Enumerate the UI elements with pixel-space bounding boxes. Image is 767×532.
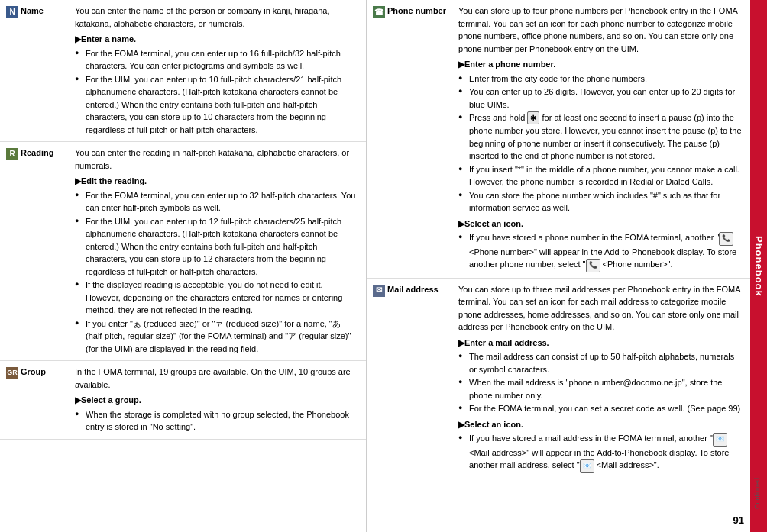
list-item: For the UIM, you can enter up to 12 full…: [75, 215, 360, 279]
mail-icon: ✉: [373, 285, 385, 297]
group-icon-cell: GR Group: [0, 361, 69, 440]
list-item: Enter from the city code for the phone n…: [458, 73, 744, 85]
name-icon-cell: N Name: [0, 0, 69, 142]
gr-icon: GR: [6, 367, 18, 379]
group-label-text: Group: [21, 366, 46, 379]
list-item: For the FOMA terminal, you can enter up …: [75, 47, 360, 73]
mail-desc: You can store up to three mail addresses…: [458, 285, 740, 332]
phone-number-icon: 📞: [719, 232, 733, 246]
list-item: The mail address can consist of up to 50…: [458, 350, 744, 376]
mail-bullets2: If you have stored a mail address in the…: [458, 432, 744, 473]
reading-action: ▶Edit the reading.: [75, 175, 360, 188]
group-label: GR Group: [6, 366, 63, 379]
list-item: For the FOMA terminal, you can enter up …: [75, 189, 360, 214]
name-bullets: For the FOMA terminal, you can enter up …: [75, 47, 360, 137]
name-action: ▶Enter a name.: [75, 33, 360, 46]
list-item: For the FOMA terminal, you can set a sec…: [458, 402, 744, 415]
left-column: N Name You can enter the name of the per…: [0, 0, 367, 532]
table-row: GR Group In the FOMA terminal, 19 groups…: [0, 361, 366, 440]
reading-content: You can enter the reading in half-pitch …: [69, 142, 366, 361]
mail-icon-cell: ✉ Mail address: [367, 278, 452, 479]
list-item: Press and hold ✱ for at least one second…: [458, 111, 744, 163]
mail-action2: ▶Select an icon.: [458, 418, 744, 431]
list-item: If the displayed reading is acceptable, …: [75, 279, 360, 317]
left-table: N Name You can enter the name of the per…: [0, 0, 366, 440]
mail-bullets1: The mail address can consist of up to 50…: [458, 350, 744, 415]
reading-icon-cell: R Reading: [0, 142, 69, 361]
list-item: When the mail address is "phone number@d…: [458, 376, 744, 401]
group-bullets: When the storage is completed with no gr…: [75, 408, 360, 434]
mail-action1: ▶Enter a mail address.: [458, 337, 744, 350]
phone-number-icon2: 📞: [586, 259, 600, 272]
table-row: ☎ Phone number You can store up to four …: [367, 0, 750, 278]
table-row: R Reading You can enter the reading in h…: [0, 142, 366, 361]
mail-address-icon2: 📧: [580, 459, 594, 473]
list-item: If you enter "ぁ (reduced size)" or "ァ (r…: [75, 318, 360, 356]
star-key: ✱: [527, 111, 539, 124]
phonebook-sidebar-tab: Phonebook: [750, 0, 767, 532]
r-icon: R: [6, 148, 18, 160]
phone-icon: ☎: [373, 6, 385, 18]
phone-desc: You can store up to four phone numbers p…: [458, 6, 737, 53]
mail-content: You can store up to three mail addresses…: [452, 278, 750, 479]
list-item: If you have stored a phone number in the…: [458, 231, 744, 272]
name-desc: You can enter the name of the person or …: [75, 6, 329, 28]
phone-bullets2: If you have stored a phone number in the…: [458, 231, 744, 272]
reading-desc: You can enter the reading in half-pitch …: [75, 148, 349, 170]
reading-bullets: For the FOMA terminal, you can enter up …: [75, 189, 360, 356]
list-item: When the storage is completed with no gr…: [75, 408, 360, 434]
list-item: If you insert "*" in the middle of a pho…: [458, 163, 744, 189]
reading-label: R Reading: [6, 147, 63, 160]
name-content: You can enter the name of the person or …: [69, 0, 366, 142]
sidebar-label: Phonebook: [753, 236, 765, 297]
list-item: You can store the phone number which inc…: [458, 189, 744, 214]
phone-label: ☎ Phone number: [373, 5, 446, 18]
phone-action2: ▶Select an icon.: [458, 218, 744, 231]
table-row: N Name You can enter the name of the per…: [0, 0, 366, 142]
right-table: ☎ Phone number You can store up to four …: [367, 0, 750, 479]
phone-action1: ▶Enter a phone number.: [458, 58, 744, 71]
right-column: ☎ Phone number You can store up to four …: [367, 0, 750, 532]
continued-label: Continued: [753, 478, 761, 509]
phone-icon-cell: ☎ Phone number: [367, 0, 452, 278]
group-content: In the FOMA terminal, 19 groups are avai…: [69, 361, 366, 440]
name-label: N Name: [6, 5, 63, 18]
phone-bullets1: Enter from the city code for the phone n…: [458, 73, 744, 214]
mail-label: ✉ Mail address: [373, 284, 446, 297]
n-icon: N: [6, 6, 18, 18]
page-wrapper: N Name You can enter the name of the per…: [0, 0, 767, 532]
list-item: If you have stored a mail address in the…: [458, 432, 744, 473]
phone-content: You can store up to four phone numbers p…: [452, 0, 750, 278]
phone-label-text: Phone number: [387, 5, 446, 18]
columns-area: N Name You can enter the name of the per…: [0, 0, 767, 532]
mail-address-icon: 📧: [713, 433, 727, 447]
table-row: ✉ Mail address You can store up to three…: [367, 278, 750, 479]
list-item: For the UIM, you can enter up to 10 full…: [75, 73, 360, 137]
name-label-text: Name: [21, 5, 44, 18]
group-action: ▶Select a group.: [75, 394, 360, 407]
reading-label-text: Reading: [21, 147, 53, 160]
group-desc: In the FOMA terminal, 19 groups are avai…: [75, 367, 351, 389]
list-item: You can enter up to 26 digits. However, …: [458, 85, 744, 111]
mail-label-text: Mail address: [387, 284, 439, 296]
page-number: 91: [733, 514, 744, 526]
